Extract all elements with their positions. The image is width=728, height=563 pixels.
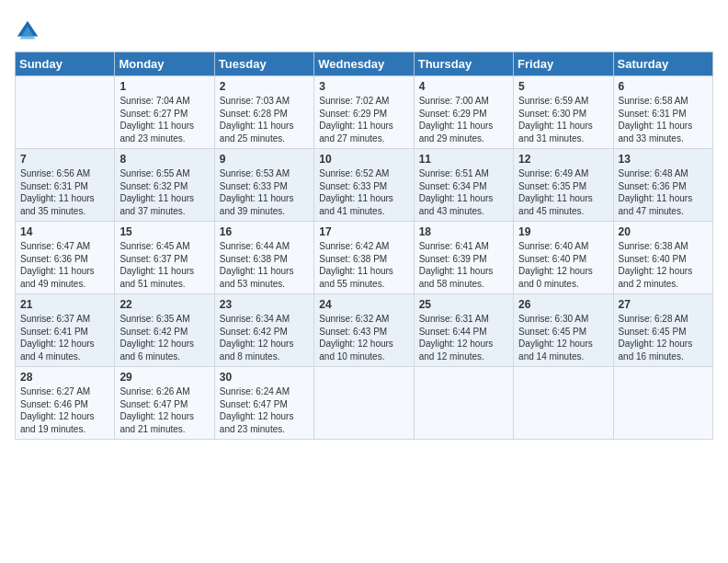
day-number: 27 — [619, 298, 708, 311]
day-number: 26 — [518, 298, 608, 311]
day-number: 1 — [119, 80, 209, 93]
cell-content: Sunrise: 6:34 AM Sunset: 6:42 PM Dayligh… — [220, 313, 309, 362]
day-number: 11 — [419, 153, 508, 166]
day-number: 13 — [619, 153, 708, 166]
week-row-4: 21Sunrise: 6:37 AM Sunset: 6:41 PM Dayli… — [16, 294, 713, 367]
calendar-table: SundayMondayTuesdayWednesdayThursdayFrid… — [15, 52, 713, 440]
calendar-cell: 2Sunrise: 7:03 AM Sunset: 6:28 PM Daylig… — [214, 76, 313, 149]
calendar-cell: 29Sunrise: 6:26 AM Sunset: 6:47 PM Dayli… — [115, 367, 214, 440]
cell-content: Sunrise: 6:51 AM Sunset: 6:34 PM Dayligh… — [419, 167, 508, 217]
calendar-cell: 17Sunrise: 6:42 AM Sunset: 6:38 PM Dayli… — [314, 222, 414, 294]
day-number: 25 — [419, 298, 508, 311]
cell-content: Sunrise: 6:41 AM Sunset: 6:39 PM Dayligh… — [419, 240, 508, 290]
cell-content: Sunrise: 7:04 AM Sunset: 6:27 PM Dayligh… — [119, 95, 209, 144]
day-number: 3 — [319, 80, 408, 93]
cell-content: Sunrise: 6:58 AM Sunset: 6:31 PM Dayligh… — [619, 95, 708, 144]
calendar-cell: 25Sunrise: 6:31 AM Sunset: 6:44 PM Dayli… — [414, 294, 513, 367]
cell-content: Sunrise: 6:40 AM Sunset: 6:40 PM Dayligh… — [518, 240, 608, 290]
cell-content: Sunrise: 6:42 AM Sunset: 6:38 PM Dayligh… — [319, 240, 408, 290]
cell-content: Sunrise: 6:55 AM Sunset: 6:32 PM Dayligh… — [119, 167, 209, 217]
cell-content: Sunrise: 6:45 AM Sunset: 6:37 PM Dayligh… — [119, 240, 209, 290]
cell-content: Sunrise: 6:28 AM Sunset: 6:45 PM Dayligh… — [619, 313, 708, 362]
day-header-wednesday: Wednesday — [314, 52, 414, 76]
page-container: SundayMondayTuesdayWednesdayThursdayFrid… — [0, 0, 728, 447]
calendar-cell: 23Sunrise: 6:34 AM Sunset: 6:42 PM Dayli… — [214, 294, 313, 367]
cell-content: Sunrise: 6:35 AM Sunset: 6:42 PM Dayligh… — [119, 313, 209, 362]
calendar-cell: 24Sunrise: 6:32 AM Sunset: 6:43 PM Dayli… — [314, 294, 414, 367]
day-number: 12 — [518, 153, 608, 166]
day-number: 21 — [20, 298, 109, 311]
calendar-cell — [314, 367, 414, 440]
day-header-monday: Monday — [115, 52, 214, 76]
cell-content: Sunrise: 6:49 AM Sunset: 6:35 PM Dayligh… — [518, 167, 608, 217]
calendar-cell: 8Sunrise: 6:55 AM Sunset: 6:32 PM Daylig… — [115, 149, 214, 222]
cell-content: Sunrise: 6:59 AM Sunset: 6:30 PM Dayligh… — [518, 95, 608, 144]
logo-icon — [15, 18, 40, 44]
day-number: 20 — [619, 225, 708, 238]
cell-content: Sunrise: 6:44 AM Sunset: 6:38 PM Dayligh… — [220, 240, 309, 290]
calendar-cell: 3Sunrise: 7:02 AM Sunset: 6:29 PM Daylig… — [314, 76, 414, 149]
cell-content: Sunrise: 7:02 AM Sunset: 6:29 PM Dayligh… — [319, 95, 408, 144]
calendar-cell: 12Sunrise: 6:49 AM Sunset: 6:35 PM Dayli… — [514, 149, 613, 222]
cell-content: Sunrise: 6:30 AM Sunset: 6:45 PM Dayligh… — [518, 313, 608, 362]
day-number: 17 — [319, 225, 408, 238]
cell-content: Sunrise: 6:27 AM Sunset: 6:46 PM Dayligh… — [20, 385, 109, 435]
header — [15, 15, 713, 44]
cell-content: Sunrise: 6:47 AM Sunset: 6:36 PM Dayligh… — [20, 240, 109, 290]
cell-content: Sunrise: 6:37 AM Sunset: 6:41 PM Dayligh… — [20, 313, 109, 362]
calendar-cell: 13Sunrise: 6:48 AM Sunset: 6:36 PM Dayli… — [613, 149, 712, 222]
day-number: 6 — [619, 80, 708, 93]
calendar-cell: 20Sunrise: 6:38 AM Sunset: 6:40 PM Dayli… — [613, 222, 712, 294]
cell-content: Sunrise: 6:24 AM Sunset: 6:47 PM Dayligh… — [220, 385, 309, 435]
cell-content: Sunrise: 6:31 AM Sunset: 6:44 PM Dayligh… — [419, 313, 508, 362]
calendar-cell: 18Sunrise: 6:41 AM Sunset: 6:39 PM Dayli… — [414, 222, 513, 294]
day-header-tuesday: Tuesday — [214, 52, 313, 76]
day-header-thursday: Thursday — [414, 52, 513, 76]
calendar-cell — [613, 367, 712, 440]
day-header-friday: Friday — [514, 52, 613, 76]
day-number: 24 — [319, 298, 408, 311]
week-row-2: 7Sunrise: 6:56 AM Sunset: 6:31 PM Daylig… — [16, 149, 713, 222]
calendar-cell: 30Sunrise: 6:24 AM Sunset: 6:47 PM Dayli… — [214, 367, 313, 440]
day-number: 5 — [518, 80, 608, 93]
week-row-1: 1Sunrise: 7:04 AM Sunset: 6:27 PM Daylig… — [16, 76, 713, 149]
cell-content: Sunrise: 6:38 AM Sunset: 6:40 PM Dayligh… — [619, 240, 708, 290]
calendar-cell — [16, 76, 115, 149]
calendar-cell: 14Sunrise: 6:47 AM Sunset: 6:36 PM Dayli… — [16, 222, 115, 294]
calendar-cell: 22Sunrise: 6:35 AM Sunset: 6:42 PM Dayli… — [115, 294, 214, 367]
day-number: 4 — [419, 80, 508, 93]
logo — [15, 18, 42, 44]
cell-content: Sunrise: 7:00 AM Sunset: 6:29 PM Dayligh… — [419, 95, 508, 144]
day-number: 19 — [518, 225, 608, 238]
day-number: 2 — [220, 80, 309, 93]
calendar-cell: 19Sunrise: 6:40 AM Sunset: 6:40 PM Dayli… — [514, 222, 613, 294]
cell-content: Sunrise: 6:53 AM Sunset: 6:33 PM Dayligh… — [220, 167, 309, 217]
day-number: 28 — [20, 371, 109, 384]
day-number: 29 — [119, 371, 209, 384]
day-header-saturday: Saturday — [613, 52, 712, 76]
day-number: 16 — [220, 225, 309, 238]
day-number: 18 — [419, 225, 508, 238]
cell-content: Sunrise: 6:56 AM Sunset: 6:31 PM Dayligh… — [20, 167, 109, 217]
day-number: 7 — [20, 153, 109, 166]
calendar-cell: 26Sunrise: 6:30 AM Sunset: 6:45 PM Dayli… — [514, 294, 613, 367]
week-row-3: 14Sunrise: 6:47 AM Sunset: 6:36 PM Dayli… — [16, 222, 713, 294]
cell-content: Sunrise: 6:52 AM Sunset: 6:33 PM Dayligh… — [319, 167, 408, 217]
day-number: 8 — [119, 153, 209, 166]
calendar-cell: 15Sunrise: 6:45 AM Sunset: 6:37 PM Dayli… — [115, 222, 214, 294]
week-row-5: 28Sunrise: 6:27 AM Sunset: 6:46 PM Dayli… — [16, 367, 713, 440]
calendar-cell: 6Sunrise: 6:58 AM Sunset: 6:31 PM Daylig… — [613, 76, 712, 149]
day-number: 9 — [220, 153, 309, 166]
calendar-cell: 10Sunrise: 6:52 AM Sunset: 6:33 PM Dayli… — [314, 149, 414, 222]
calendar-cell: 21Sunrise: 6:37 AM Sunset: 6:41 PM Dayli… — [16, 294, 115, 367]
calendar-cell: 16Sunrise: 6:44 AM Sunset: 6:38 PM Dayli… — [214, 222, 313, 294]
day-number: 23 — [220, 298, 309, 311]
day-number: 15 — [119, 225, 209, 238]
calendar-cell — [414, 367, 513, 440]
day-number: 30 — [220, 371, 309, 384]
cell-content: Sunrise: 6:48 AM Sunset: 6:36 PM Dayligh… — [619, 167, 708, 217]
cell-content: Sunrise: 7:03 AM Sunset: 6:28 PM Dayligh… — [220, 95, 309, 144]
calendar-cell: 1Sunrise: 7:04 AM Sunset: 6:27 PM Daylig… — [115, 76, 214, 149]
calendar-cell: 9Sunrise: 6:53 AM Sunset: 6:33 PM Daylig… — [214, 149, 313, 222]
cell-content: Sunrise: 6:26 AM Sunset: 6:47 PM Dayligh… — [119, 385, 209, 435]
